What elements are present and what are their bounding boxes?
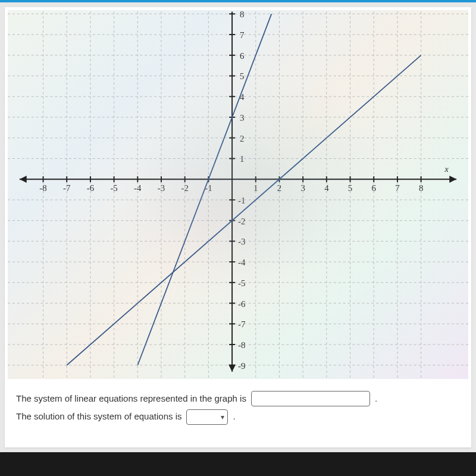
taskbar: [0, 452, 476, 476]
svg-text:-7: -7: [63, 183, 71, 193]
svg-text:6: 6: [372, 183, 376, 193]
svg-text:8: 8: [419, 183, 423, 193]
tick-labels: -8 -7 -6 -5 -4 -3 -2 -1 1 2 3 4 5 6 7 8: [39, 10, 449, 371]
question-line2-text: The solution of this system of equations…: [16, 408, 181, 425]
svg-text:-8: -8: [39, 183, 46, 193]
axes: [20, 11, 456, 371]
question-area: The system of linear equations represent…: [8, 379, 468, 430]
svg-text:8: 8: [240, 10, 244, 19]
coordinate-graph: -8 -7 -6 -5 -4 -3 -2 -1 1 2 3 4 5 6 7 8: [8, 10, 468, 379]
svg-text:-6: -6: [238, 299, 245, 309]
svg-text:-2: -2: [238, 217, 245, 226]
svg-text:-7: -7: [238, 320, 246, 329]
svg-marker-35: [20, 176, 27, 183]
svg-text:-9: -9: [238, 361, 245, 371]
svg-text:3: 3: [300, 183, 305, 193]
svg-text:1: 1: [253, 183, 258, 193]
svg-text:5: 5: [348, 183, 352, 193]
system-equations-input[interactable]: [251, 391, 370, 406]
svg-text:x: x: [444, 164, 449, 174]
svg-text:-4: -4: [238, 258, 246, 267]
svg-text:7: 7: [240, 30, 245, 40]
window-frame: -8 -7 -6 -5 -4 -3 -2 -1 1 2 3 4 5 6 7 8: [0, 0, 476, 476]
svg-text:2: 2: [240, 134, 244, 143]
svg-text:6: 6: [240, 51, 244, 61]
svg-text:-4: -4: [134, 183, 142, 193]
svg-text:-8: -8: [238, 340, 245, 350]
graph-svg: -8 -7 -6 -5 -4 -3 -2 -1 1 2 3 4 5 6 7 8: [8, 10, 468, 379]
svg-text:-5: -5: [238, 278, 245, 288]
data-lines: [67, 14, 421, 365]
svg-text:-2: -2: [181, 183, 188, 193]
svg-text:-3: -3: [158, 183, 165, 193]
question-line2-suffix: .: [233, 408, 235, 425]
svg-text:3: 3: [240, 113, 244, 123]
svg-text:5: 5: [240, 72, 244, 82]
content-panel: -8 -7 -6 -5 -4 -3 -2 -1 1 2 3 4 5 6 7 8: [5, 7, 471, 447]
solution-select[interactable]: [186, 409, 228, 425]
svg-text:7: 7: [395, 183, 400, 193]
svg-text:1: 1: [240, 154, 244, 164]
svg-text:-5: -5: [110, 183, 117, 193]
svg-marker-34: [449, 176, 456, 183]
svg-text:-3: -3: [238, 237, 245, 246]
question-line1-suffix: .: [375, 390, 377, 408]
svg-text:4: 4: [324, 183, 329, 193]
svg-text:2: 2: [277, 183, 281, 193]
svg-text:-1: -1: [238, 196, 245, 205]
svg-text:-6: -6: [87, 183, 94, 193]
question-line1-text: The system of linear equations represent…: [16, 390, 246, 408]
